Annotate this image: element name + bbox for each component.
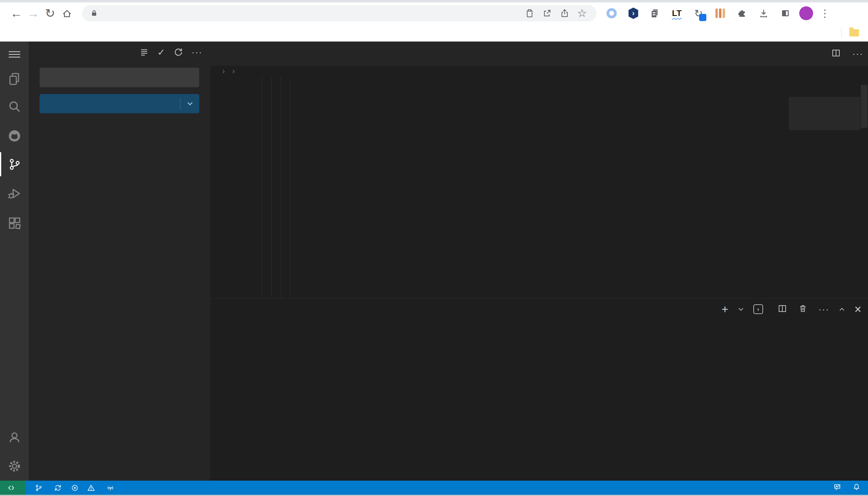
github-icon[interactable]: [0, 127, 29, 144]
terminal-dropdown-icon[interactable]: [738, 306, 743, 311]
bookmarks-divider: [841, 28, 841, 38]
activity-bar: [0, 42, 29, 481]
home-button[interactable]: [59, 5, 75, 22]
vscode-workbench: ✓ ··· ··· › ›: [0, 42, 868, 496]
sync-icon: [54, 484, 62, 492]
ports-icon: [106, 484, 115, 492]
editor-scrollbar[interactable]: [860, 77, 868, 298]
commit-message-input[interactable]: [40, 67, 199, 88]
settings-gear-icon[interactable]: [0, 458, 29, 475]
sync-indicator[interactable]: [54, 484, 62, 492]
new-terminal-icon[interactable]: +: [721, 303, 728, 316]
source-control-icon[interactable]: [0, 156, 29, 173]
extension-ring-icon[interactable]: [605, 6, 618, 20]
refresh-button[interactable]: ↻: [42, 5, 59, 22]
tab-strip: [0, 0, 868, 2]
bookmark-star-icon[interactable]: ☆: [575, 6, 589, 20]
editor-more-actions-icon[interactable]: ···: [852, 48, 863, 59]
account-icon[interactable]: [0, 429, 29, 446]
commit-button[interactable]: [40, 94, 199, 113]
breadcrumb[interactable]: › ›: [210, 66, 868, 77]
maximize-panel-icon[interactable]: [839, 308, 844, 312]
back-button[interactable]: ←: [8, 5, 25, 22]
extensions-puzzle-icon[interactable]: [735, 6, 749, 20]
address-bar[interactable]: ☆: [82, 5, 597, 21]
extension-icons: › LT ↻: [605, 6, 792, 20]
feedback-icon[interactable]: [833, 483, 841, 493]
browser-window: ← → ↻ ☆ › LT ↻: [0, 0, 868, 496]
browser-menu-icon[interactable]: ⋮: [820, 10, 830, 16]
downloads-icon[interactable]: [757, 6, 770, 20]
clipboard-icon[interactable]: [523, 6, 536, 20]
extension-badge: [699, 14, 706, 21]
kill-terminal-icon[interactable]: [798, 304, 808, 314]
commit-check-icon[interactable]: ✓: [158, 47, 165, 58]
branch-indicator[interactable]: [34, 484, 45, 492]
home-icon: [61, 8, 72, 19]
ports-indicator[interactable]: [106, 484, 117, 492]
close-panel-icon[interactable]: ×: [854, 303, 862, 316]
source-control-sidebar: ✓ ···: [29, 42, 210, 481]
open-in-new-icon[interactable]: [540, 6, 554, 20]
languagetool-icon[interactable]: LT: [670, 6, 684, 20]
terminal-session[interactable]: ›: [753, 304, 767, 314]
extension-shield-icon[interactable]: ›: [627, 6, 640, 20]
menu-hamburger-icon[interactable]: [0, 46, 29, 63]
editor-group: ··· › ›: [210, 42, 868, 298]
share-icon[interactable]: [558, 6, 571, 20]
other-bookmarks-folder-icon: [849, 29, 859, 36]
remote-indicator[interactable]: [0, 481, 26, 495]
split-editor-icon[interactable]: [831, 48, 841, 59]
refresh-repo-icon[interactable]: [174, 47, 183, 57]
minimap-viewport: [789, 97, 860, 130]
lock-icon: [90, 9, 98, 17]
extension-refresh-icon[interactable]: ↻: [692, 6, 705, 20]
warnings-icon: [87, 484, 95, 492]
search-icon[interactable]: [0, 98, 29, 115]
editor-tabs: [210, 42, 868, 66]
sidebar-more-actions-icon[interactable]: ···: [192, 47, 203, 57]
split-terminal-icon[interactable]: [778, 304, 787, 314]
extension-crayons-icon[interactable]: [714, 6, 727, 20]
terminal[interactable]: [210, 328, 859, 481]
notifications-bell-icon[interactable]: [852, 483, 861, 493]
bookmarks-bar: [0, 24, 868, 42]
remote-icon: [7, 484, 15, 492]
browser-toolbar: ← → ↻ ☆ › LT ↻: [0, 0, 868, 24]
bottom-panel: + › ··· ×: [210, 298, 868, 481]
extension-docs-icon[interactable]: [648, 6, 662, 20]
profile-avatar[interactable]: [799, 6, 813, 20]
commit-dropdown[interactable]: [180, 98, 199, 110]
branch-icon: [34, 484, 43, 492]
explorer-icon[interactable]: [0, 71, 29, 88]
window-edge: [0, 495, 868, 496]
code-editor[interactable]: [210, 77, 868, 298]
side-panel-icon[interactable]: [779, 6, 792, 20]
terminal-icon: ›: [753, 304, 763, 314]
view-as-list-icon[interactable]: [139, 47, 149, 57]
problems-indicator[interactable]: [71, 484, 98, 492]
extensions-icon[interactable]: [0, 215, 29, 231]
panel-more-actions-icon[interactable]: ···: [819, 304, 829, 314]
errors-icon: [71, 484, 79, 492]
forward-button[interactable]: →: [25, 5, 42, 22]
status-bar: [0, 481, 868, 495]
run-debug-icon[interactable]: [0, 185, 29, 202]
